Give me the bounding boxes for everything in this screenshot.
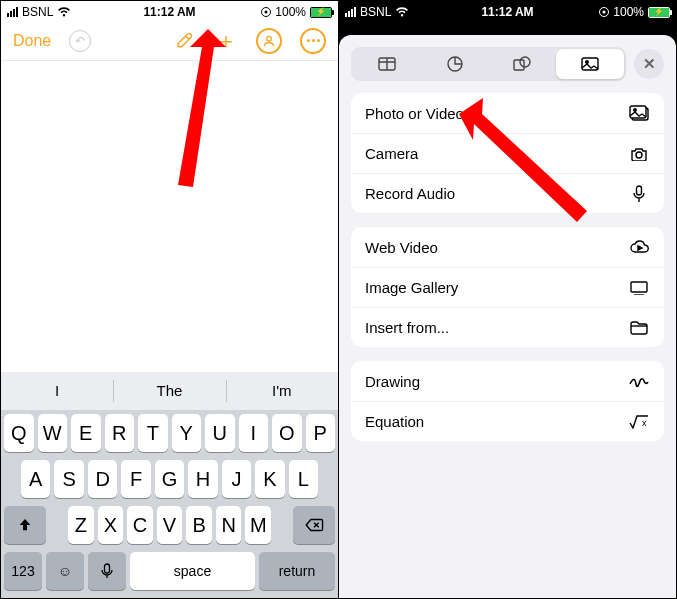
key[interactable]: O xyxy=(272,414,302,452)
key[interactable]: Z xyxy=(68,506,94,544)
segment-control xyxy=(351,47,626,81)
menu-web-video[interactable]: Web Video xyxy=(351,227,664,267)
note-canvas[interactable] xyxy=(1,61,338,372)
menu-photo-video[interactable]: Photo or Video xyxy=(351,93,664,133)
svg-point-8 xyxy=(586,61,589,64)
seg-media[interactable] xyxy=(556,49,624,79)
menu-group-2: Web Video Image Gallery Insert from... xyxy=(351,227,664,347)
gallery-icon xyxy=(628,281,650,295)
key[interactable]: U xyxy=(205,414,235,452)
profile-button[interactable] xyxy=(256,28,282,54)
backspace-key[interactable] xyxy=(293,506,335,544)
svg-rect-10 xyxy=(630,106,646,118)
key[interactable]: E xyxy=(71,414,101,452)
menu-camera[interactable]: Camera xyxy=(351,133,664,173)
status-time: 11:12 AM xyxy=(1,5,338,19)
key[interactable]: A xyxy=(21,460,50,498)
menu-group-3: Drawing Equation x xyxy=(351,361,664,441)
suggestion-bar: I The I'm xyxy=(1,372,338,410)
menu-label: Camera xyxy=(365,145,418,162)
key[interactable]: W xyxy=(38,414,68,452)
close-button[interactable]: ✕ xyxy=(634,49,664,79)
key[interactable]: Y xyxy=(172,414,202,452)
key[interactable]: B xyxy=(186,506,212,544)
key[interactable]: J xyxy=(222,460,251,498)
keyboard: I The I'm Q W E R T Y U I O P A S D F G … xyxy=(1,372,338,598)
key-row-bottom: 123 ☺ space return xyxy=(1,548,338,598)
insert-sheet: ✕ Photo or Video Camera Record Audio Web… xyxy=(339,35,676,598)
emoji-key[interactable]: ☺ xyxy=(46,552,84,590)
numbers-key[interactable]: 123 xyxy=(4,552,42,590)
suggestion[interactable]: I xyxy=(1,372,113,410)
menu-drawing[interactable]: Drawing xyxy=(351,361,664,401)
battery-icon: ⚡ xyxy=(310,7,332,18)
key[interactable]: C xyxy=(127,506,153,544)
menu-record-audio[interactable]: Record Audio xyxy=(351,173,664,213)
more-button[interactable] xyxy=(300,28,326,54)
menu-label: Drawing xyxy=(365,373,420,390)
mic-key[interactable] xyxy=(88,552,126,590)
svg-point-0 xyxy=(267,36,272,41)
key[interactable]: R xyxy=(105,414,135,452)
key-row-1: Q W E R T Y U I O P xyxy=(1,410,338,456)
right-phone: BSNL 11:12 AM 100% ⚡ ✕ Photo or Video xyxy=(339,1,676,598)
key[interactable]: X xyxy=(98,506,124,544)
status-time: 11:12 AM xyxy=(339,5,676,19)
menu-equation[interactable]: Equation x xyxy=(351,401,664,441)
mic-icon xyxy=(628,185,650,203)
menu-label: Web Video xyxy=(365,239,438,256)
key-row-3: Z X C V B N M xyxy=(1,502,338,548)
menu-group-1: Photo or Video Camera Record Audio xyxy=(351,93,664,213)
key[interactable]: Q xyxy=(4,414,34,452)
undo-button[interactable]: ↶ xyxy=(69,30,91,52)
suggestion[interactable]: I'm xyxy=(226,372,338,410)
key[interactable]: M xyxy=(245,506,271,544)
key[interactable]: G xyxy=(155,460,184,498)
svg-point-6 xyxy=(520,57,530,67)
seg-tables[interactable] xyxy=(353,49,421,79)
key-row-2: A S D F G H J K L xyxy=(1,456,338,502)
sqrt-icon: x xyxy=(628,415,650,429)
camera-icon xyxy=(628,147,650,161)
key[interactable]: N xyxy=(216,506,242,544)
add-button[interactable]: ＋ xyxy=(214,29,238,53)
scribble-icon xyxy=(628,375,650,387)
key[interactable]: S xyxy=(54,460,83,498)
shift-key[interactable] xyxy=(4,506,46,544)
key[interactable]: K xyxy=(255,460,284,498)
folder-icon xyxy=(628,321,650,335)
return-key[interactable]: return xyxy=(259,552,335,590)
cloud-icon xyxy=(628,240,650,254)
svg-rect-5 xyxy=(514,60,524,70)
photo-icon xyxy=(628,105,650,121)
seg-shapes[interactable] xyxy=(489,49,557,79)
svg-point-11 xyxy=(634,109,636,111)
key[interactable]: L xyxy=(289,460,318,498)
space-key[interactable]: space xyxy=(130,552,255,590)
status-bar: BSNL 11:12 AM 100% ⚡ xyxy=(339,1,676,21)
brush-icon[interactable] xyxy=(172,29,196,53)
key[interactable]: V xyxy=(157,506,183,544)
done-button[interactable]: Done xyxy=(13,32,51,50)
seg-charts[interactable] xyxy=(421,49,489,79)
menu-label: Image Gallery xyxy=(365,279,458,296)
key[interactable]: T xyxy=(138,414,168,452)
svg-text:x: x xyxy=(642,418,647,428)
key[interactable]: F xyxy=(121,460,150,498)
menu-image-gallery[interactable]: Image Gallery xyxy=(351,267,664,307)
svg-rect-14 xyxy=(631,282,647,292)
menu-label: Equation xyxy=(365,413,424,430)
suggestion[interactable]: The xyxy=(113,372,225,410)
status-bar: BSNL 11:12 AM 100% ⚡ xyxy=(1,1,338,21)
svg-rect-7 xyxy=(582,58,598,70)
menu-label: Insert from... xyxy=(365,319,449,336)
left-phone: BSNL 11:12 AM 100% ⚡ Done ↶ ＋ xyxy=(1,1,339,598)
note-toolbar: Done ↶ ＋ xyxy=(1,21,338,61)
svg-point-12 xyxy=(636,152,642,158)
menu-insert-from[interactable]: Insert from... xyxy=(351,307,664,347)
svg-rect-1 xyxy=(105,564,110,573)
key[interactable]: I xyxy=(239,414,269,452)
key[interactable]: P xyxy=(306,414,336,452)
key[interactable]: D xyxy=(88,460,117,498)
key[interactable]: H xyxy=(188,460,217,498)
